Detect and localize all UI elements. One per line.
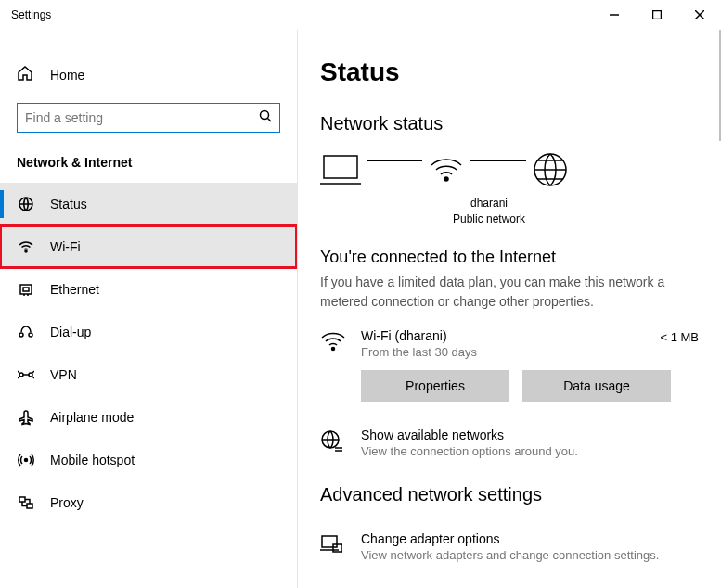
proxy-icon bbox=[17, 494, 35, 511]
connection-period: From the last 30 days bbox=[361, 345, 660, 359]
wifi-diagram-icon bbox=[428, 152, 465, 187]
nav-label: Status bbox=[50, 197, 87, 211]
svg-line-5 bbox=[268, 119, 272, 122]
change-adapter-options[interactable]: Change adapter options View network adap… bbox=[320, 531, 699, 562]
svg-point-28 bbox=[332, 347, 335, 350]
advanced-heading: Advanced network settings bbox=[320, 484, 699, 505]
nav-label: Dial-up bbox=[50, 325, 91, 339]
svg-rect-32 bbox=[322, 536, 337, 547]
svg-rect-24 bbox=[324, 156, 357, 178]
svg-line-18 bbox=[18, 377, 19, 378]
search-input[interactable] bbox=[17, 103, 280, 133]
link-title: Change adapter options bbox=[361, 531, 659, 546]
show-available-networks[interactable]: Show available networks View the connect… bbox=[320, 428, 699, 458]
nav-item-vpn[interactable]: VPN bbox=[0, 353, 297, 396]
connection-info: Wi-Fi (dharani) From the last 30 days < … bbox=[320, 328, 699, 359]
svg-point-13 bbox=[29, 333, 32, 337]
globe-icon bbox=[320, 429, 348, 455]
nav-item-proxy[interactable]: Proxy bbox=[0, 481, 297, 524]
home-icon bbox=[17, 65, 35, 84]
category-heading: Network & Internet bbox=[0, 151, 297, 183]
svg-point-4 bbox=[261, 111, 269, 120]
adapter-icon bbox=[320, 533, 348, 559]
nav-item-wifi[interactable]: Wi-Fi bbox=[0, 225, 297, 268]
svg-point-14 bbox=[19, 373, 23, 377]
svg-rect-34 bbox=[333, 544, 342, 552]
connected-desc: If you have a limited data plan, you can… bbox=[320, 273, 699, 312]
svg-point-7 bbox=[25, 250, 27, 252]
close-button[interactable] bbox=[678, 0, 721, 30]
globe-icon bbox=[532, 151, 569, 188]
nav-label: Airplane mode bbox=[50, 410, 134, 425]
nav-item-hotspot[interactable]: Mobile hotspot bbox=[0, 439, 297, 481]
svg-point-21 bbox=[25, 459, 28, 462]
vpn-icon bbox=[17, 366, 35, 383]
nav-label: VPN bbox=[50, 367, 77, 382]
nav-item-airplane[interactable]: Airplane mode bbox=[0, 396, 297, 439]
svg-rect-23 bbox=[27, 504, 32, 508]
airplane-icon bbox=[17, 409, 35, 426]
network-type: Public network bbox=[433, 211, 545, 227]
ethernet-icon bbox=[17, 281, 35, 298]
network-diagram bbox=[320, 151, 699, 188]
svg-rect-22 bbox=[19, 497, 25, 502]
wifi-icon bbox=[17, 238, 35, 255]
link-title: Show available networks bbox=[361, 428, 578, 442]
sidebar: Home Network & Internet Status Wi-Fi Eth… bbox=[0, 30, 297, 588]
properties-button[interactable]: Properties bbox=[361, 370, 509, 402]
connection-name: Wi-Fi (dharani) bbox=[361, 328, 660, 343]
search-field[interactable] bbox=[25, 110, 259, 125]
main-panel: Status Network status dharani Public net… bbox=[297, 30, 721, 588]
svg-line-17 bbox=[18, 371, 19, 373]
nav-item-dialup[interactable]: Dial-up bbox=[0, 311, 297, 353]
svg-point-15 bbox=[29, 373, 32, 377]
window-title: Settings bbox=[11, 8, 593, 21]
svg-rect-9 bbox=[23, 288, 29, 291]
home-label: Home bbox=[50, 68, 84, 83]
data-usage-value: < 1 MB bbox=[660, 330, 699, 344]
nav-label: Wi-Fi bbox=[50, 239, 81, 254]
section-heading: Network status bbox=[320, 113, 699, 134]
connected-title: You're connected to the Internet bbox=[320, 248, 699, 267]
link-sub: View network adapters and change connect… bbox=[361, 548, 659, 562]
svg-line-20 bbox=[32, 377, 34, 378]
nav-item-status[interactable]: Status bbox=[0, 183, 297, 225]
status-icon bbox=[17, 196, 35, 212]
svg-rect-1 bbox=[653, 11, 662, 19]
svg-point-26 bbox=[444, 177, 448, 181]
link-sub: View the connection options around you. bbox=[361, 444, 578, 458]
svg-point-12 bbox=[19, 333, 23, 337]
search-icon bbox=[259, 109, 272, 126]
data-usage-button[interactable]: Data usage bbox=[522, 370, 671, 402]
computer-icon bbox=[320, 152, 361, 187]
nav-item-ethernet[interactable]: Ethernet bbox=[0, 268, 297, 311]
hotspot-icon bbox=[17, 452, 35, 468]
home-link[interactable]: Home bbox=[0, 58, 297, 92]
page-title: Status bbox=[320, 58, 699, 87]
maximize-button[interactable] bbox=[636, 0, 678, 30]
nav-label: Ethernet bbox=[50, 282, 99, 297]
nav-label: Proxy bbox=[50, 495, 84, 510]
wifi-icon bbox=[320, 330, 348, 356]
nav-label: Mobile hotspot bbox=[50, 453, 135, 467]
minimize-button[interactable] bbox=[593, 0, 636, 30]
dialup-icon bbox=[17, 324, 35, 340]
titlebar: Settings bbox=[0, 0, 721, 30]
svg-line-19 bbox=[32, 371, 34, 373]
svg-rect-8 bbox=[20, 285, 32, 294]
network-name: dharani bbox=[433, 196, 545, 211]
